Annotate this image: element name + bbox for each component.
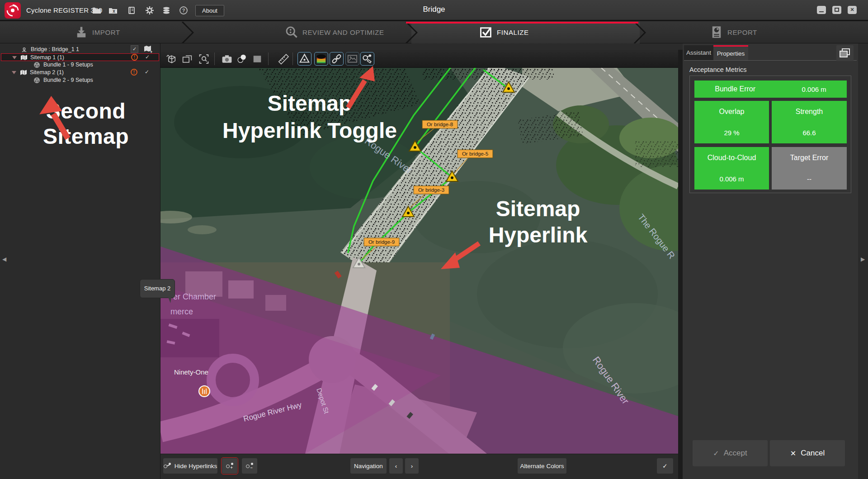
snapshot-camera-icon[interactable]: [221, 53, 233, 65]
toolbar-separator: [292, 52, 293, 65]
setup-label: Or bridge-5: [462, 151, 488, 157]
tree-row-sitemap-2[interactable]: Sitemap 2 (1) ! ✓: [1, 69, 159, 76]
fit-view-icon[interactable]: [181, 53, 193, 65]
acceptance-metrics: Bundle Error 0.006 m Overlap 29 % Streng…: [689, 76, 851, 193]
tab-report[interactable]: REPORT: [640, 22, 868, 43]
layout-panels-button[interactable]: [836, 45, 854, 61]
cancel-button[interactable]: ✕ Cancel: [770, 440, 845, 466]
check-icon: ✓: [713, 449, 719, 458]
map-bottom-bar: Hide Hyperlinks + − Navigation ‹ › Alter…: [160, 454, 678, 479]
close-icon: ✕: [790, 449, 796, 458]
metric-overlap: Overlap 29 %: [694, 101, 769, 143]
pan-3d-icon[interactable]: [165, 53, 178, 65]
warning-icon: !: [131, 69, 137, 76]
chevron-separator: [633, 22, 646, 43]
tab-finalize-label: FINALIZE: [497, 28, 529, 36]
fill-square-icon[interactable]: [251, 53, 264, 65]
tree-row-label: Sitemap 2 (1): [30, 69, 64, 76]
annotation-toggle-line2: Hyperlink Toggle: [222, 119, 397, 142]
check-icon[interactable]: ✓: [145, 69, 149, 75]
metric-cloud-to-cloud: Cloud-to-Cloud 0.006 m: [694, 147, 769, 190]
hyperlink-add-icon: +: [226, 463, 234, 470]
metric-value: 0.006 m: [802, 85, 826, 93]
accept-label: Accept: [724, 449, 747, 458]
tab-assistant[interactable]: Assistant: [684, 45, 713, 60]
accept-button[interactable]: ✓ Accept: [693, 440, 768, 466]
sitemap-canvas[interactable]: Or bridge-8 Or bridge-5 Or bridge-3 Or b…: [160, 68, 678, 454]
panels-icon: [836, 45, 854, 61]
sitemap-viewport: Or bridge-8 Or bridge-5 Or bridge-3 Or b…: [160, 50, 683, 479]
metric-target-error: Target Error --: [772, 147, 847, 190]
toolbar-separator: [214, 52, 215, 65]
next-button[interactable]: ›: [405, 458, 419, 474]
cyclone-register-360-window: Cyclone REGISTER 360 x: [0, 0, 868, 479]
zoom-region-icon[interactable]: [198, 53, 210, 65]
metric-value: --: [807, 175, 811, 183]
tab-import[interactable]: IMPORT: [0, 22, 188, 43]
add-sitemap-icon[interactable]: +: [143, 45, 152, 54]
tab-properties[interactable]: Properties: [713, 45, 748, 60]
annotation-second-sitemap-line2: Sitemap: [0, 124, 172, 149]
remove-hyperlink-button[interactable]: −: [242, 458, 257, 474]
tree-row-bundle-2[interactable]: Bundle 2 - 9 Setups: [1, 76, 159, 84]
sitemap-tooltip: Sitemap 2: [140, 279, 175, 298]
tree-row-sitemap-1[interactable]: Sitemap 1 (1) ! ✓: [1, 53, 159, 61]
tab-import-label: IMPORT: [92, 28, 120, 36]
visibility-check-header[interactable]: ✓: [131, 45, 138, 53]
prev-button[interactable]: ‹: [389, 458, 403, 474]
confirm-button[interactable]: ✓: [657, 458, 673, 474]
hyperlink-nodes-icon: [164, 463, 171, 470]
metric-value: 29 %: [724, 129, 739, 137]
close-button[interactable]: ✕: [848, 6, 857, 14]
toggle-targets[interactable]: [297, 52, 311, 66]
expand-arrow-icon[interactable]: [12, 56, 17, 59]
alternate-colors-button[interactable]: Alternate Colors: [518, 458, 566, 474]
tree-row-label: Bridge : Bridge_1 1: [31, 46, 79, 52]
tree-row-label: Sitemap 1 (1): [30, 54, 64, 61]
metric-label: Strength: [796, 108, 823, 116]
collapse-left-panel-icon[interactable]: ◀: [2, 256, 6, 262]
sitemap-hyperlink-icon: [361, 52, 374, 65]
collapse-right-panel-icon[interactable]: ▶: [861, 256, 865, 262]
review-icon: [285, 25, 298, 39]
project-tree-panel: Bridge : Bridge_1 1 ✓ + Sitemap 1 (1) ! …: [0, 43, 160, 479]
maximize-button[interactable]: [832, 6, 841, 14]
add-hyperlink-button[interactable]: +: [222, 458, 237, 474]
toggle-links[interactable]: [330, 52, 344, 66]
tab-review-and-optimize[interactable]: REVIEW AND OPTIMIZE: [188, 22, 411, 43]
tab-divider: [684, 60, 857, 61]
street-label: Ninety-One: [174, 368, 208, 376]
tree-row-project[interactable]: Bridge : Bridge_1 1 ✓ +: [1, 46, 159, 53]
right-edge-strip: ▶: [858, 43, 868, 479]
toggle-sitemap-hyperlinks[interactable]: [360, 52, 374, 66]
hide-hyperlinks-button[interactable]: Hide Hyperlinks: [163, 458, 217, 474]
street-label: merce: [170, 307, 193, 316]
setup-label: Or bridge-9: [368, 239, 395, 245]
toggle-point-cloud[interactable]: [314, 52, 328, 66]
setup-label: Or bridge-8: [427, 122, 453, 127]
warning-icon: !: [131, 54, 138, 61]
toolbar-separator: [268, 52, 269, 65]
toggle-images[interactable]: [345, 52, 359, 66]
project-icon: [21, 46, 28, 53]
metric-label: Overlap: [719, 108, 744, 116]
active-tab-indicator: [406, 22, 638, 24]
tab-finalize[interactable]: FINALIZE: [411, 22, 640, 43]
setup-label: Or bridge-3: [418, 187, 444, 193]
cancel-label: Cancel: [801, 449, 825, 458]
workflow-bar: IMPORT REVIEW AND OPTIMIZE FINALIZE: [0, 22, 868, 43]
metric-value: 0.006 m: [719, 175, 744, 183]
map-toolbar: [160, 50, 678, 68]
section-title: Acceptance Metrics: [689, 66, 747, 73]
expand-arrow-icon[interactable]: [12, 71, 16, 74]
hide-hyperlinks-label: Hide Hyperlinks: [175, 463, 217, 470]
minimize-button[interactable]: [817, 6, 826, 14]
restaurant-poi-icon: [199, 386, 210, 397]
navigation-button[interactable]: Navigation: [350, 458, 387, 474]
point-cloud-icon: [315, 52, 328, 65]
check-icon[interactable]: ✓: [145, 54, 150, 60]
finalize-icon: [479, 25, 493, 39]
measure-ruler-icon[interactable]: [277, 53, 290, 65]
contrast-circles-icon[interactable]: [236, 53, 248, 65]
tree-row-bundle-1[interactable]: Bundle 1 - 9 Setups: [1, 61, 159, 69]
